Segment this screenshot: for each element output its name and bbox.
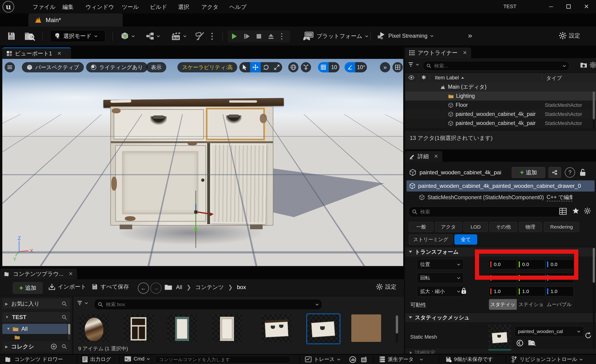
outliner-row-main[interactable]: Main (エディタ) — [405, 82, 596, 91]
location-z-field[interactable]: 0.0 — [546, 260, 574, 269]
content-browser-tab[interactable]: コンテンツブラウ... ✕ — [0, 268, 77, 279]
asset-thumbnail-cabinet-frame[interactable] — [124, 314, 153, 342]
select-mode-dropdown[interactable]: 選択モード — [50, 30, 105, 42]
details-subcomponent[interactable]: StaticMeshComponent (StaticMeshComponent… — [419, 193, 596, 202]
scale-y-field[interactable]: 1.0 — [517, 287, 545, 296]
add-component-button[interactable]: + 追加 — [512, 167, 545, 178]
visibility-eye-icon[interactable] — [408, 75, 414, 80]
filter-tab-physics[interactable]: 物理 — [519, 222, 542, 232]
add-actor-button[interactable] — [120, 31, 135, 41]
details-search-input[interactable] — [420, 209, 559, 215]
viewport-perspective-dropdown[interactable]: パースペクティブ — [22, 62, 84, 72]
details-search[interactable] — [408, 207, 562, 217]
location-y-field[interactable]: 0.0 — [517, 260, 545, 269]
location-dropdown[interactable]: 位置 — [417, 259, 464, 270]
select-tool-button[interactable] — [239, 62, 250, 72]
maximize-viewport-button[interactable] — [393, 62, 403, 72]
rotation-dropdown[interactable]: 回転 — [417, 273, 464, 283]
filter-tab-misc[interactable]: その他 — [489, 222, 517, 232]
stop-button[interactable] — [253, 33, 265, 39]
scale-dropdown[interactable]: 拡大・縮小 — [417, 286, 464, 297]
filter-tab-rendering[interactable]: Rendering — [544, 222, 579, 232]
viewport[interactable]: Z X Y パースペクティブ ライティングあり 表示 スケーラビリティ:高 — [2, 59, 403, 266]
outliner-new-folder-button[interactable] — [580, 61, 587, 68]
save-button[interactable] — [7, 31, 16, 41]
cb-settings-button[interactable]: 設定 — [376, 283, 396, 290]
scale-z-field[interactable]: 1.0 — [546, 287, 574, 296]
outliner-filter-button[interactable] — [408, 62, 419, 67]
trace-dropdown[interactable]: トレース — [305, 356, 340, 363]
viewport-show-dropdown[interactable]: 表示 — [146, 62, 166, 72]
rotation-snap-toggle[interactable] — [344, 62, 355, 72]
rotate-tool-button[interactable] — [261, 62, 271, 72]
outliner-settings-button[interactable] — [589, 61, 596, 68]
rotation-z-field[interactable]: 0.0 — [546, 273, 574, 283]
transform-section-header[interactable]: トランスフォーム — [405, 247, 596, 256]
asset-thumbnail-cabinet-white[interactable] — [261, 314, 291, 342]
level-tab-main[interactable]: Main* — [28, 14, 123, 27]
viewport-lit-dropdown[interactable]: ライティングあり — [86, 62, 148, 72]
cmd-dropdown[interactable]: Cmd — [124, 356, 150, 362]
rotation-snap-value[interactable]: 10° — [355, 62, 367, 72]
close-icon[interactable]: ✕ — [434, 153, 438, 159]
grid-snap-value[interactable]: 10 — [329, 62, 339, 72]
menu-edit[interactable]: 編集 — [62, 3, 74, 11]
maximize-button[interactable] — [562, 2, 575, 11]
column-item-label[interactable]: Item Label — [435, 75, 464, 81]
lock-icon[interactable] — [579, 169, 586, 176]
asset-thumbnail-door-teal[interactable] — [167, 314, 197, 342]
insights-badge-icon[interactable] — [349, 356, 356, 363]
location-x-field[interactable]: 0.0 — [489, 260, 517, 269]
staticmesh-section-header[interactable]: スタティックメッシュ — [405, 312, 596, 322]
details-tab[interactable]: 詳細 ✕ — [405, 151, 442, 162]
reset-to-default-button[interactable] — [584, 332, 591, 339]
scale-x-field[interactable]: 1.0 — [489, 287, 517, 296]
menu-tools[interactable]: ツール — [122, 3, 139, 11]
filter-tab-all[interactable]: 全て — [454, 234, 477, 245]
skip-frame-button[interactable] — [241, 33, 253, 40]
filter-tab-general[interactable]: 一般 — [409, 222, 433, 232]
menu-help[interactable]: ヘルプ — [229, 3, 246, 11]
cb-filter-button[interactable] — [77, 300, 88, 305]
cb-tree-scrollbar[interactable] — [68, 324, 70, 340]
revision-control-dropdown[interactable]: リビジョンコントロール — [511, 356, 583, 363]
browse-to-asset-button[interactable] — [528, 339, 536, 346]
search-icon[interactable] — [61, 314, 67, 320]
filter-tab-lod[interactable]: LOD — [463, 222, 488, 232]
cb-assets-scrollbar[interactable] — [396, 315, 398, 343]
settings-dropdown[interactable]: 設定 — [559, 32, 580, 40]
outliner-row-floor[interactable]: Floor StaticMeshActor — [405, 101, 596, 110]
menu-select[interactable]: 選択 — [178, 3, 189, 11]
help-icon[interactable]: ? — [565, 167, 575, 178]
surface-snapping-button[interactable] — [301, 62, 311, 72]
menu-build[interactable]: ビルド — [150, 3, 167, 11]
close-button[interactable]: ✕ — [580, 2, 593, 11]
cb-search-input[interactable] — [105, 301, 313, 307]
console-input-wrap[interactable] — [156, 356, 291, 363]
outliner-search-input[interactable] — [434, 63, 560, 69]
rotation-y-field[interactable]: 0.0 — [517, 273, 545, 283]
cb-save-all-button[interactable]: すべて保存 — [91, 283, 129, 290]
filter-tab-actor[interactable]: アクタ — [435, 222, 462, 232]
outliner-row-lighting[interactable]: Lighting — [405, 91, 596, 101]
more-options-dots[interactable] — [211, 32, 213, 40]
minimize-button[interactable]: ─ — [545, 2, 557, 11]
browse-content-button[interactable] — [24, 31, 36, 41]
transform-gizmo[interactable] — [186, 189, 216, 250]
favorites-star-icon[interactable] — [572, 207, 579, 214]
details-settings-button[interactable] — [584, 207, 591, 214]
breadcrumb-content[interactable]: コンテンツ — [195, 283, 224, 291]
unsaved-button[interactable]: ✱ 9個が未保存です — [445, 356, 493, 363]
search-icon[interactable] — [61, 301, 67, 306]
details-scrollbar[interactable] — [593, 247, 595, 349]
chevron-down-icon[interactable] — [315, 304, 319, 305]
platforms-dropdown[interactable]: + プラットフォーム — [303, 31, 368, 41]
mobility-stationary-button[interactable]: ステイショ — [517, 299, 545, 310]
rotation-x-field[interactable]: 0.0 — [489, 273, 517, 283]
derived-data-dropdown[interactable]: 派生データ — [379, 356, 423, 363]
use-selected-asset-button[interactable] — [516, 340, 523, 347]
cpp-edit-link[interactable]: C++ で編集 — [547, 194, 572, 201]
viewport-options-menu[interactable] — [5, 62, 15, 72]
cb-favorites-row[interactable]: ▶ お気に入り — [2, 299, 70, 309]
details-display-mode-button[interactable] — [559, 208, 567, 215]
